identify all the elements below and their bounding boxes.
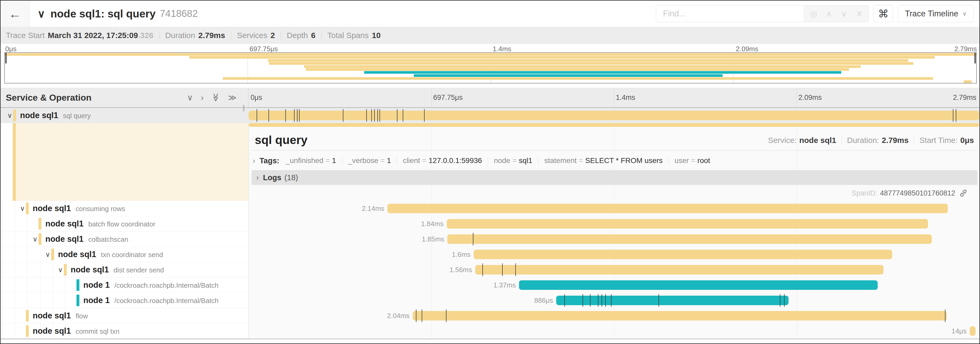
find-input[interactable] [656, 6, 804, 22]
minimap-axis: 0μs697.75μs1.4ms2.09ms2.79ms [0, 45, 980, 52]
tree-row[interactable]: node sql1flow [0, 308, 248, 323]
logs-label: Logs [263, 173, 281, 182]
minimap-canvas[interactable] [4, 52, 977, 83]
span-row[interactable]: ∨node sql1colbatchscan1.85ms [0, 232, 980, 247]
tag-separator [488, 157, 488, 165]
span-row[interactable]: node sql1flow2.04ms [0, 308, 980, 323]
span-bar[interactable] [447, 219, 928, 229]
log-marker-tick [269, 109, 269, 122]
service-operation-header: Service & Operation ∨ › ≫ ≫ [0, 88, 248, 107]
tree-row[interactable]: node sql1commit sql txn [0, 323, 248, 339]
span-id-label: SpanID: [851, 189, 877, 197]
minimap-span [269, 62, 913, 65]
span-detail-band: sql query Service: node sql1 Duration: 2… [0, 123, 980, 201]
operation-name: commit sql txn [76, 327, 119, 336]
link-icon[interactable] [959, 189, 968, 198]
service-name: node sql1 [33, 311, 71, 320]
tree-row[interactable]: ∨node sql1colbatchscan [0, 232, 248, 247]
row-chevron-icon[interactable]: ∨ [44, 250, 51, 258]
find-buttons: ◎ ∧ ∨ ✕ [804, 6, 869, 22]
expand-one-icon[interactable]: › [201, 93, 204, 102]
service-name: node sql1 [33, 204, 71, 213]
tag-separator [397, 157, 397, 165]
minimap-span [189, 56, 935, 59]
locate-icon[interactable]: ◎ [810, 9, 817, 19]
span-rows-region: sql query Service: node sql1 Duration: 2… [0, 108, 980, 339]
next-result-icon[interactable]: ∨ [841, 9, 847, 19]
span-row[interactable]: node sql1batch flow coordinator1.84ms [0, 216, 980, 232]
span-row-labels: node sql1txn coordinator send [58, 250, 163, 259]
span-row[interactable]: ∨node sql1consuming rows2.14ms [0, 201, 980, 216]
log-marker-tick [446, 309, 447, 322]
row-chevron-icon[interactable]: ∨ [19, 204, 26, 213]
collapse-one-icon[interactable]: ∨ [187, 93, 193, 102]
tree-row[interactable]: node 1/cockroach.roachpb.Internal/Batch [0, 277, 248, 293]
tags-row[interactable]: › Tags: _unfinished=1_verbose=1client=12… [251, 154, 710, 168]
span-bar[interactable] [475, 265, 883, 275]
span-row[interactable]: ∨node sql1txn coordinator send1.6ms [0, 247, 980, 262]
service-name: node sql1 [45, 219, 84, 229]
expand-all-icon[interactable]: ≫ [228, 93, 237, 102]
tree-row[interactable]: ∨node sql1sql query [0, 108, 248, 123]
prev-result-icon[interactable]: ∧ [826, 9, 832, 19]
row-chevron-icon[interactable]: ∨ [6, 112, 13, 120]
trace-collapse-chevron-icon[interactable]: ∨ [37, 8, 45, 20]
span-bar[interactable] [474, 250, 892, 259]
span-bar[interactable] [249, 111, 979, 120]
span-row-labels: node 1/cockroach.roachpb.Internal/Batch [83, 296, 218, 305]
span-row[interactable]: node 1/cockroach.roachpb.Internal/Batch1… [0, 277, 980, 293]
logs-row[interactable]: › Logs (18) [251, 170, 977, 185]
tree-row[interactable]: node 1/cockroach.roachpb.Internal/Batch [0, 293, 248, 308]
log-marker-tick [502, 263, 503, 276]
collapse-all-icon[interactable]: ≫ [211, 93, 221, 102]
tree-row[interactable]: ∨node sql1consuming rows [0, 201, 248, 216]
row-chevron-icon[interactable]: ∨ [32, 235, 38, 243]
minimap-axis-label: 1.4ms [493, 45, 511, 53]
service-color-bar [64, 264, 67, 275]
span-bar[interactable] [413, 311, 947, 320]
span-row[interactable]: node 1/cockroach.roachpb.Internal/Batch8… [0, 293, 980, 308]
log-marker-tick [299, 109, 299, 122]
minimap-axis-label: 2.09ms [736, 45, 758, 53]
service-name: node sql1 [33, 326, 71, 336]
minimap-span [268, 59, 908, 62]
log-marker-tick [945, 309, 945, 322]
tag-item: _unfinished=1 [286, 157, 336, 165]
row-chevron-icon[interactable]: ∨ [57, 266, 64, 274]
top-bar: ← ∨ node sql1: sql query 7418682 ◎ ∧ ∨ ✕… [0, 0, 980, 27]
tree-row[interactable]: ∨node sql1txn coordinator send [0, 247, 248, 262]
viewport-right-handle[interactable] [974, 53, 976, 63]
span-row[interactable]: ∨node sql1sql query [0, 108, 980, 123]
log-marker-tick [366, 109, 367, 122]
column-resizer-handle[interactable]: ∥ [242, 104, 245, 112]
tree-row[interactable]: node sql1batch flow coordinator [0, 216, 248, 232]
span-id-row: SpanID: 4877749850101760812 [851, 189, 968, 198]
tree-row[interactable]: ∨node sql1dist sender send [0, 262, 248, 277]
tag-separator [538, 157, 539, 165]
tags-label: Tags: [259, 157, 279, 165]
chevron-down-icon: ∨ [963, 11, 967, 17]
span-bar[interactable] [387, 204, 948, 213]
span-bar[interactable] [447, 234, 932, 244]
operation-name: flow [76, 312, 88, 320]
span-row[interactable]: node sql1commit sql txn14μs [0, 323, 980, 339]
start-time-value: 0μs [960, 136, 974, 145]
span-row[interactable]: ∨node sql1dist sender send1.56ms [0, 262, 980, 277]
back-button[interactable]: ← [0, 0, 30, 27]
viewport-left-handle[interactable] [5, 53, 6, 63]
log-marker-tick [659, 294, 659, 307]
view-selector-button[interactable]: Trace Timeline ∨ [898, 5, 974, 22]
span-bar[interactable] [970, 326, 975, 336]
keyboard-shortcuts-button[interactable]: ⌘ [873, 5, 893, 22]
span-bar[interactable] [519, 280, 878, 290]
log-marker-tick [285, 109, 286, 122]
info-label: Trace Start [6, 31, 45, 40]
clear-search-icon[interactable]: ✕ [856, 9, 863, 19]
span-bar[interactable] [556, 296, 789, 305]
tag-item: client=127.0.0.1:59936 [403, 157, 482, 165]
tag-separator [668, 157, 669, 165]
service-color-bar [13, 110, 16, 121]
service-value: node sql1 [799, 136, 836, 145]
span-duration-label: 1.37ms [493, 281, 516, 289]
find-group: ◎ ∧ ∨ ✕ [656, 5, 869, 22]
